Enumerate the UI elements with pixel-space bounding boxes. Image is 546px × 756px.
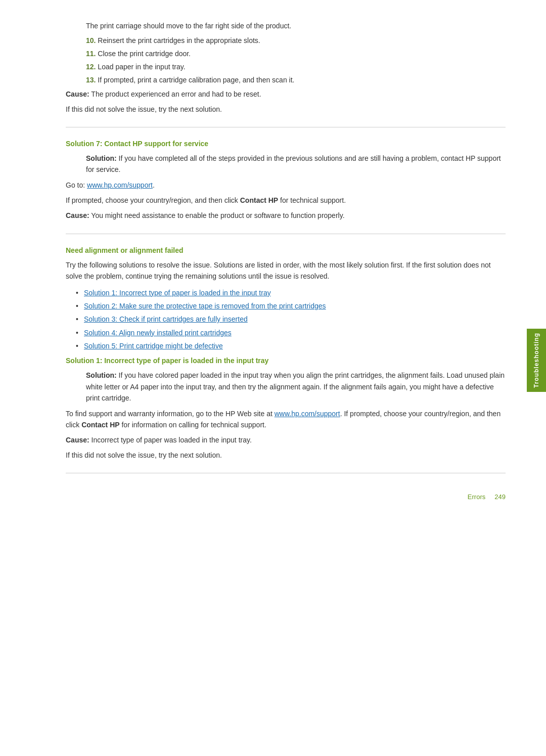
step-13: 13. If prompted, print a cartridge calib… [86,75,506,85]
solution7-heading: Solution 7: Contact HP support for servi… [66,140,506,148]
support-text3: for information on calling for technical… [120,421,266,429]
solution7-cause-label: Cause: [66,211,89,219]
solution7-body: If you have completed all of the steps p… [86,154,501,173]
support-text1: To find support and warranty information… [66,410,275,418]
troubleshooting-tab: Troubleshooting [527,329,546,392]
footer-errors-label: Errors [468,493,485,501]
divider-2 [66,234,506,234]
list-item: Solution 3: Check if print cartridges ar… [76,314,506,325]
bullet-link-3[interactable]: Solution 3: Check if print cartridges ar… [84,315,248,323]
divider-3 [66,473,506,473]
intro-not-solved: If this did not solve the issue, try the… [66,104,506,115]
solution1-support: To find support and warranty information… [66,408,506,431]
solution1-label: Solution: [86,371,117,379]
step-11: 11. Close the print cartridge door. [86,49,506,59]
goto-label: Go to: [66,181,87,189]
step-12: 12. Load paper in the input tray. [86,62,506,72]
solution7-cause-text: You might need assistance to enable the … [91,211,344,219]
solution7-text: Solution: If you have completed all of t… [86,153,506,175]
list-item: Solution 5: Print cartridge might be def… [76,340,506,351]
step-13-num: 13. [86,76,96,84]
solution7-goto: Go to: www.hp.com/support. [66,180,506,191]
solution1-cause-text: Incorrect type of paper was loaded in th… [92,436,252,444]
solution1-cause: Cause: Incorrect type of paper was loade… [66,434,506,446]
divider-1 [66,127,506,127]
goto-link[interactable]: www.hp.com/support [87,181,153,189]
solution1-text: Solution: If you have colored paper load… [86,370,506,404]
solution1-body: If you have colored paper loaded in the … [86,371,505,402]
alignment-heading: Need alignment or alignment failed [66,246,506,254]
solution7-label: Solution: [86,154,117,162]
step-10: 10. Reinsert the print cartridges in the… [86,35,506,46]
page-footer: Errors 249 [468,493,506,501]
goto-period: . [153,181,155,189]
alignment-bullets: Solution 1: Incorrect type of paper is l… [76,287,506,352]
solution1-contact-hp: Contact HP [81,421,119,429]
bullet-link-4[interactable]: Solution 4: Align newly installed print … [84,329,232,337]
solution7-cause: Cause: You might need assistance to enab… [66,210,506,221]
bullet-link-1[interactable]: Solution 1: Incorrect type of paper is l… [84,289,271,297]
intro-cause-label: Cause: [66,90,89,98]
list-item: Solution 2: Make sure the protective tap… [76,300,506,312]
carriage-text: The print carriage should move to the fa… [86,20,506,31]
prompted-text1: If prompted, choose your country/region,… [66,196,240,204]
footer-page-number: 249 [494,493,506,501]
intro-cause-text: The product experienced an error and had… [91,90,261,98]
bullet-link-5[interactable]: Solution 5: Print cartridge might be def… [84,342,223,350]
step-11-num: 11. [86,50,96,58]
support-link[interactable]: www.hp.com/support [275,410,340,418]
contact-hp-bold: Contact HP [240,196,278,204]
list-item: Solution 1: Incorrect type of paper is l… [76,287,506,298]
alignment-intro: Try the following solutions to resolve t… [66,259,506,282]
solution1-cause-label: Cause: [66,436,89,444]
solution1-not-solved: If this did not solve the issue, try the… [66,450,506,461]
bullet-link-2[interactable]: Solution 2: Make sure the protective tap… [84,302,326,310]
solution7-prompted: If prompted, choose your country/region,… [66,195,506,206]
step-10-num: 10. [86,36,96,45]
prompted-text2: for technical support. [278,196,346,204]
solution1-heading: Solution 1: Incorrect type of paper is l… [66,357,506,365]
step-12-num: 12. [86,63,96,71]
intro-cause: Cause: The product experienced an error … [66,88,506,100]
list-item: Solution 4: Align newly installed print … [76,327,506,338]
